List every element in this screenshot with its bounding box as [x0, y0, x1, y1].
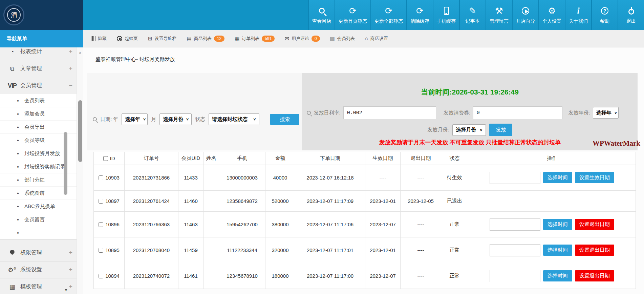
toolbar-user-comments[interactable]: ✉ 用户评论 0: [285, 36, 320, 42]
grant-panel: 当前时间:2026-03-31 19:26:49 发放日利率: 发放消费券: 发…: [302, 73, 638, 150]
daily-rate-input[interactable]: [343, 106, 436, 119]
toolbar-member-list[interactable]: ▥ 会员列表: [330, 36, 355, 42]
pick-time-button[interactable]: 选择时间: [543, 270, 572, 281]
gears-icon: ⚙⚙: [7, 267, 17, 273]
top-nav: 查看网店 ⟳ 更新首页静态 ⟳ 更新全部静态 ⟳ 清除缓存 手机缓存 ✎ 记事本…: [308, 0, 644, 30]
pick-time-button[interactable]: 选择时间: [543, 172, 572, 183]
search-icon: [319, 8, 325, 14]
row-checkbox[interactable]: [99, 248, 103, 253]
sidebar-item-reports[interactable]: ◔ 报表统计 +: [0, 47, 77, 60]
sidebar-item-system-settings[interactable]: ⚙⚙ 系统设置 +: [0, 261, 77, 278]
topnav-about-us[interactable]: i 关于我们: [565, 0, 591, 30]
gear-icon: ⚙: [548, 6, 556, 16]
table-row: 10896 2023120766363 11463 15954262700 38…: [94, 212, 636, 237]
topnav-shop-wizard[interactable]: 开店向导: [512, 0, 538, 30]
month-select[interactable]: 选择月份∨: [159, 113, 192, 125]
bullet-icon: •: [17, 190, 19, 196]
collapse-minus-icon: −: [69, 82, 72, 89]
expand-plus-icon: +: [69, 266, 72, 273]
set-exit-date-button[interactable]: 设置退出日期: [575, 219, 614, 230]
topnav-view-shop[interactable]: 查看网店: [308, 0, 335, 30]
date-input[interactable]: [490, 270, 540, 282]
filter-panels: 日期: 年 选择年∨ 月 选择月份∨ 状态 请选择封坛状态∨ 搜索 当前时间:2…: [87, 73, 638, 150]
pick-time-button[interactable]: 选择时间: [543, 245, 572, 256]
app-logo: 酒: [3, 4, 24, 25]
pie-chart-icon: ◔: [7, 49, 17, 55]
toolbar-order-list[interactable]: ▦ 订单列表 591: [235, 36, 275, 42]
submenu-member-messages[interactable]: • 会员留言: [0, 213, 77, 226]
topnav-notepad[interactable]: ✎ 记事本: [459, 0, 486, 30]
expand-plus-icon: +: [69, 48, 72, 55]
coupon-input[interactable]: [473, 106, 562, 119]
search-button[interactable]: 搜索: [270, 114, 299, 125]
select-all-checkbox[interactable]: [103, 156, 108, 161]
power-icon: [628, 9, 634, 15]
scroll-down-arrow[interactable]: ▼: [64, 288, 68, 292]
scroll-up-arrow[interactable]: ▲: [77, 50, 83, 54]
toolbar-shop-settings[interactable]: ⌂ 商店设置: [365, 36, 388, 42]
toolbar-start-page[interactable]: 起始页: [117, 36, 138, 42]
frame-scrollbar-thumb[interactable]: [78, 100, 82, 162]
grant-month-select[interactable]: 选择月份∨: [452, 124, 486, 136]
year-select[interactable]: 选择年∨: [122, 113, 148, 125]
sidebar-item-members[interactable]: VIP 会员管理 −: [0, 77, 77, 94]
bars-icon: [91, 36, 95, 41]
toolbar-product-list[interactable]: ▤ 商品列表 12: [187, 36, 225, 42]
set-exit-date-button[interactable]: 设置退出日期: [575, 245, 614, 256]
set-effective-date-button[interactable]: 设置生效日期: [575, 172, 614, 183]
table-row: 10903 2023120731866 11433 13000000003 40…: [94, 165, 636, 191]
submenu-member-list[interactable]: • 会员列表: [0, 94, 77, 107]
set-exit-date-button[interactable]: 设置退出日期: [575, 270, 614, 281]
submenu-add-member[interactable]: • 添加会员: [0, 107, 77, 121]
table-row: 10894 2023120740072 11461 12345678910 18…: [94, 263, 636, 289]
grant-year-select[interactable]: 选择年∨: [593, 107, 619, 119]
row-checkbox[interactable]: [99, 199, 103, 204]
topnav-logout[interactable]: 退出: [618, 0, 644, 30]
topnav-personal-settings[interactable]: ⚙ 个人设置: [538, 0, 565, 30]
orders-table: ID 订单号 会员UID 姓名 手机 金额 下单日期 生效日期 退出日期 状态 …: [93, 152, 636, 289]
grant-month-row: 发放月份: 选择月份∨ 发放: [302, 124, 638, 136]
toolbar-hide[interactable]: 隐藏: [91, 36, 107, 42]
topnav-mobile-cache[interactable]: 手机缓存: [433, 0, 459, 30]
pick-time-button[interactable]: 选择时间: [543, 219, 572, 230]
refresh-icon: ⟳: [416, 6, 424, 16]
search-icon: [93, 117, 97, 121]
sidebar-item-permissions[interactable]: 权限管理 +: [0, 245, 77, 261]
grant-button[interactable]: 发放: [489, 124, 512, 136]
row-checkbox[interactable]: [99, 175, 103, 180]
sidebar-scrollbar-thumb[interactable]: [64, 132, 67, 195]
topnav-refresh-all[interactable]: ⟳ 更新全部静态: [370, 0, 406, 30]
grant-warning-text: 发放奖励请于月末一天发放 不可重复发放 只批量结算正常状态的封坛单: [302, 139, 638, 146]
date-input[interactable]: [490, 244, 540, 256]
bullet-icon: •: [17, 124, 19, 130]
submenu-empty-item[interactable]: •: [0, 226, 77, 239]
topnav-help[interactable]: ? 帮助: [591, 0, 618, 30]
sub-bar: 导航菜单 隐藏 起始页 ⊞ 设置导航栏 ▤ 商品列表 12 ▦ 订单列表 591…: [0, 30, 644, 47]
shop-icon: ⌂: [365, 36, 368, 41]
bullet-icon: •: [17, 230, 19, 236]
comments-count-badge: 0: [312, 36, 320, 42]
toolbar-nav-settings[interactable]: ⊞ 设置导航栏: [148, 36, 177, 42]
info-icon: i: [577, 6, 579, 16]
chevron-down-icon: ∨: [253, 117, 256, 121]
bullet-icon: •: [17, 98, 19, 104]
row-checkbox[interactable]: [99, 274, 103, 278]
watermark: WPWaterMark: [593, 139, 640, 148]
chevron-down-icon: ∨: [186, 117, 189, 121]
topnav-clear-cache[interactable]: ⟳ 清除缓存: [406, 0, 433, 30]
date-input[interactable]: [490, 218, 540, 231]
topnav-manage-messages[interactable]: ⚒ 管理留言: [486, 0, 512, 30]
date-input[interactable]: [490, 172, 540, 184]
product-count-badge: 12: [214, 36, 224, 42]
frame-scrollbar[interactable]: ▲: [77, 47, 83, 294]
search-icon: [307, 111, 311, 115]
topnav-refresh-home[interactable]: ⟳ 更新首页静态: [335, 0, 370, 30]
status-select[interactable]: 请选择封坛状态∨: [209, 113, 259, 125]
play-circle-icon: [117, 36, 122, 41]
sidebar-item-articles[interactable]: ⧉ 文章管理 +: [0, 60, 77, 77]
submenu-abc-coupon[interactable]: • ABC券兑换单: [0, 200, 77, 213]
table-header-row: ID 订单号 会员UID 姓名 手机 金额 下单日期 生效日期 退出日期 状态 …: [94, 152, 636, 165]
comments-icon: ✉: [285, 36, 289, 41]
row-checkbox[interactable]: [99, 222, 103, 227]
template-icon: ▦: [7, 284, 17, 290]
